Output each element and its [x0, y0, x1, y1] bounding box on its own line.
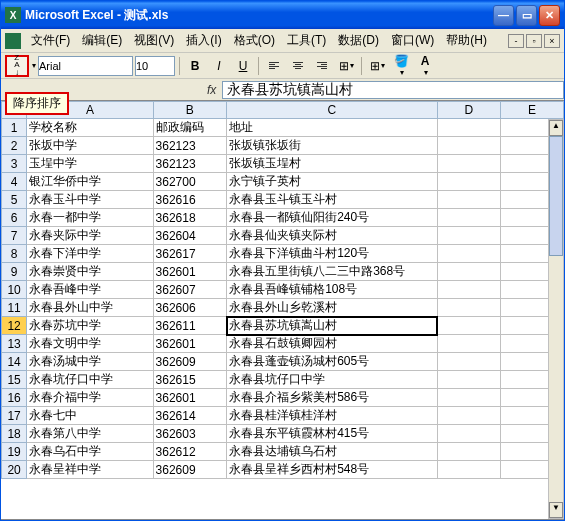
doc-minimize-button[interactable]: - [508, 34, 524, 48]
merge-center-button[interactable]: ⊞▾ [335, 55, 357, 77]
cell[interactable] [437, 425, 500, 443]
bold-button[interactable]: B [184, 55, 206, 77]
cell[interactable] [437, 227, 500, 245]
menu-file[interactable]: 文件(F) [25, 30, 76, 51]
cell[interactable]: 362123 [153, 137, 227, 155]
row-header[interactable]: 19 [2, 443, 27, 461]
col-header-d[interactable]: D [437, 102, 500, 119]
cell[interactable] [437, 443, 500, 461]
cell[interactable]: 362601 [153, 389, 227, 407]
cell[interactable]: 银江华侨中学 [27, 173, 153, 191]
sort-descending-button[interactable]: ZA ↓ [5, 55, 29, 77]
menu-help[interactable]: 帮助(H) [440, 30, 493, 51]
cell[interactable]: 362601 [153, 335, 227, 353]
cell[interactable] [437, 119, 500, 137]
close-button[interactable]: ✕ [539, 5, 560, 26]
cell[interactable]: 永春县吾峰镇铺格108号 [227, 281, 437, 299]
row-header[interactable]: 4 [2, 173, 27, 191]
row-header[interactable]: 14 [2, 353, 27, 371]
cell[interactable]: 永春县坑仔口中学 [227, 371, 437, 389]
cell[interactable]: 永春县石鼓镇卿园村 [227, 335, 437, 353]
toolbar-dropdown-icon[interactable]: ▾ [32, 61, 36, 70]
cell[interactable]: 362616 [153, 191, 227, 209]
cell[interactable]: 永春县桂洋镇桂洋村 [227, 407, 437, 425]
cell[interactable]: 永春县介福乡紫美村586号 [227, 389, 437, 407]
cell[interactable]: 永春下洋中学 [27, 245, 153, 263]
cell[interactable] [437, 389, 500, 407]
menu-format[interactable]: 格式(O) [228, 30, 281, 51]
row-header[interactable]: 11 [2, 299, 27, 317]
row-header[interactable]: 1 [2, 119, 27, 137]
cell[interactable]: 永春县蓬壶镇汤城村605号 [227, 353, 437, 371]
row-header[interactable]: 12 [2, 317, 27, 335]
cell[interactable] [437, 371, 500, 389]
cell[interactable]: 362606 [153, 299, 227, 317]
cell[interactable]: 张坂镇玉埕村 [227, 155, 437, 173]
row-header[interactable]: 17 [2, 407, 27, 425]
cell[interactable]: 362618 [153, 209, 227, 227]
font-color-button[interactable]: A▾ [414, 55, 436, 77]
cell[interactable] [437, 173, 500, 191]
cell[interactable]: 362617 [153, 245, 227, 263]
col-header-b[interactable]: B [153, 102, 227, 119]
align-right-button[interactable] [311, 55, 333, 77]
underline-button[interactable]: U [232, 55, 254, 77]
cell[interactable] [437, 335, 500, 353]
row-header[interactable]: 20 [2, 461, 27, 479]
align-center-button[interactable] [287, 55, 309, 77]
cell[interactable]: 永春玉斗中学 [27, 191, 153, 209]
cell[interactable] [437, 137, 500, 155]
cell[interactable]: 永春县下洋镇曲斗村120号 [227, 245, 437, 263]
cell[interactable] [437, 353, 500, 371]
vscroll-thumb[interactable] [549, 136, 563, 256]
formula-input[interactable]: 永春县苏坑镇嵩山村 [222, 81, 564, 99]
row-header[interactable]: 9 [2, 263, 27, 281]
app-menu-icon[interactable] [5, 33, 21, 49]
cell[interactable]: 362615 [153, 371, 227, 389]
cell[interactable]: 永春崇贤中学 [27, 263, 153, 281]
scroll-down-button[interactable]: ▼ [549, 502, 563, 518]
menu-edit[interactable]: 编辑(E) [76, 30, 128, 51]
cell[interactable]: 邮政编码 [153, 119, 227, 137]
cell[interactable] [437, 461, 500, 479]
borders-button[interactable]: ⊞▾ [366, 55, 388, 77]
cell[interactable]: 362609 [153, 461, 227, 479]
row-header[interactable]: 18 [2, 425, 27, 443]
cell[interactable] [437, 155, 500, 173]
cell[interactable]: 永春一都中学 [27, 209, 153, 227]
row-header[interactable]: 6 [2, 209, 27, 227]
cell[interactable]: 永宁镇子英村 [227, 173, 437, 191]
cell[interactable]: 永春文明中学 [27, 335, 153, 353]
align-left-button[interactable] [263, 55, 285, 77]
cell[interactable] [437, 209, 500, 227]
scroll-up-button[interactable]: ▲ [549, 120, 563, 136]
cell[interactable]: 学校名称 [27, 119, 153, 137]
cell[interactable] [437, 281, 500, 299]
cell[interactable]: 362603 [153, 425, 227, 443]
cell[interactable]: 永春夹际中学 [27, 227, 153, 245]
cell[interactable]: 362607 [153, 281, 227, 299]
menu-insert[interactable]: 插入(I) [180, 30, 227, 51]
cell[interactable]: 362123 [153, 155, 227, 173]
fx-icon[interactable]: fx [201, 83, 222, 97]
col-header-c[interactable]: C [227, 102, 437, 119]
fill-color-button[interactable]: 🪣▾ [390, 55, 412, 77]
cell[interactable]: 永春七中 [27, 407, 153, 425]
cell[interactable]: 362611 [153, 317, 227, 335]
cell[interactable]: 永春第八中学 [27, 425, 153, 443]
row-header[interactable]: 13 [2, 335, 27, 353]
cell[interactable]: 永春县五里街镇八二三中路368号 [227, 263, 437, 281]
row-header[interactable]: 8 [2, 245, 27, 263]
cell[interactable]: 永春汤城中学 [27, 353, 153, 371]
menu-view[interactable]: 视图(V) [128, 30, 180, 51]
col-header-e[interactable]: E [500, 102, 563, 119]
menu-window[interactable]: 窗口(W) [385, 30, 440, 51]
cell[interactable] [437, 299, 500, 317]
cell[interactable] [437, 245, 500, 263]
cell[interactable]: 362609 [153, 353, 227, 371]
cell[interactable]: 永春县达埔镇乌石村 [227, 443, 437, 461]
row-header[interactable]: 10 [2, 281, 27, 299]
cell[interactable]: 玉埕中学 [27, 155, 153, 173]
row-header[interactable]: 7 [2, 227, 27, 245]
row-header[interactable]: 2 [2, 137, 27, 155]
